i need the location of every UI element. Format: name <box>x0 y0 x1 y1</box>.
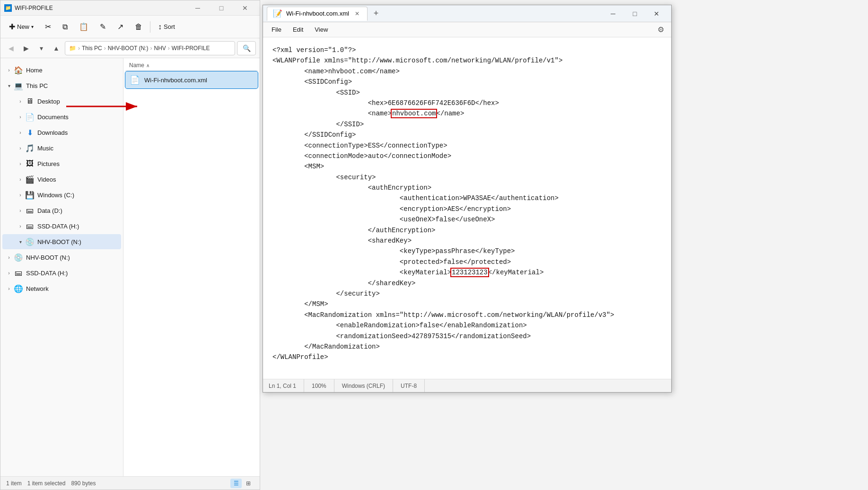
delete-icon: 🗑 <box>135 23 142 31</box>
notepad-view-menu[interactable]: View <box>310 24 333 35</box>
notepad-tab-close[interactable]: ✕ <box>353 9 361 18</box>
notepad-settings-button[interactable]: ⚙ <box>654 23 667 36</box>
sidebar-item-home[interactable]: › 🏠 Home <box>2 62 121 78</box>
sidebar-downloads-label: Downloads <box>37 129 68 136</box>
expand-network-icon: › <box>4 284 14 293</box>
cursor-position-label: Ln 1, Col 1 <box>269 383 296 389</box>
sidebar-item-ssd-h2[interactable]: › 🖴 SSD-DATA (H:) <box>2 265 121 280</box>
selected-count: 1 item selected <box>27 480 66 487</box>
breadcrumb-nhv-boot[interactable]: NHV-BOOT (N:) <box>108 45 149 52</box>
notepad-close-button[interactable]: ✕ <box>646 5 667 22</box>
rename-button[interactable]: ✎ <box>95 18 111 35</box>
sidebar-ssd-h2-label: SSD-DATA (H:) <box>26 270 68 277</box>
sidebar: › 🏠 Home ▾ 💻 This PC › 🖥 Desktop › 📄 Doc… <box>0 58 123 476</box>
file-item-xml[interactable]: 📄 Wi-Fi-nhvboot.com.xml <box>125 71 258 88</box>
sidebar-home-label: Home <box>26 67 43 74</box>
sidebar-windows-c-label: Windows (C:) <box>37 192 74 199</box>
sort-label: Sort <box>164 23 175 30</box>
explorer-toolbar: ✚ New ▾ ✂ ⧉ 📋 ✎ ↗ 🗑 ↕ Sort <box>0 16 260 38</box>
breadcrumb-this-pc[interactable]: 📁 <box>69 45 76 52</box>
sidebar-this-pc-label: This PC <box>26 82 48 89</box>
file-list-header[interactable]: Name ∧ <box>125 60 258 71</box>
notepad-maximize-button[interactable]: □ <box>624 5 646 22</box>
explorer-minimize-button[interactable]: ─ <box>187 0 209 16</box>
explorer-maximize-button[interactable]: □ <box>210 0 232 16</box>
sidebar-item-desktop[interactable]: › 🖥 Desktop <box>2 94 121 109</box>
notepad-content[interactable]: <?xml version="1.0"?> <WLANProfile xmlns… <box>263 37 671 379</box>
sidebar-item-downloads[interactable]: › ⬇ Downloads <box>2 125 121 140</box>
sidebar-network-label: Network <box>26 285 49 292</box>
breadcrumb-this-pc-label[interactable]: This PC <box>82 45 102 52</box>
notepad-zoom-level: 100% <box>304 379 334 392</box>
line-ending-label: Windows (CRLF) <box>342 383 385 389</box>
sidebar-item-network[interactable]: › 🌐 Network <box>2 281 121 296</box>
expand-this-pc-icon: ▾ <box>4 81 14 90</box>
explorer-close-button[interactable]: ✕ <box>234 0 256 16</box>
ssd-h-icon: 🖴 <box>25 221 35 231</box>
notepad-window-controls: ─ □ ✕ <box>602 5 667 22</box>
sort-button[interactable]: ↕ Sort <box>153 18 180 35</box>
desktop-icon: 🖥 <box>25 96 35 106</box>
new-button[interactable]: ✚ New ▾ <box>4 18 38 35</box>
expand-data-d-icon: › <box>16 206 25 215</box>
expand-home-icon: › <box>4 65 14 75</box>
sidebar-item-music[interactable]: › 🎵 Music <box>2 140 121 156</box>
notepad-tab[interactable]: 📝 Wi-Fi-nhvboot.com.xml ✕ <box>267 7 368 21</box>
notepad-edit-menu[interactable]: Edit <box>288 24 308 35</box>
breadcrumb-wifi-profile[interactable]: WIFI-PROFILE <box>172 45 210 52</box>
network-icon: 🌐 <box>14 284 23 293</box>
expand-pictures-icon: › <box>16 159 25 168</box>
up-button[interactable]: ▲ <box>50 42 63 55</box>
sidebar-item-documents[interactable]: › 📄 Documents <box>2 109 121 124</box>
expand-videos-icon: › <box>16 175 25 184</box>
notepad-window: 📝 Wi-Fi-nhvboot.com.xml ✕ + ─ □ ✕ File E… <box>263 5 672 393</box>
downloads-icon: ⬇ <box>25 128 35 137</box>
xml-file-icon: 📄 <box>129 74 140 86</box>
sidebar-item-windows-c[interactable]: › 💾 Windows (C:) <box>2 187 121 202</box>
notepad-minimize-button[interactable]: ─ <box>602 5 624 22</box>
expand-nhv-boot-n-icon: ▾ <box>16 237 25 246</box>
details-view-button[interactable]: ☰ <box>230 479 242 488</box>
search-box[interactable]: 🔍 <box>237 41 256 55</box>
forward-button[interactable]: ▶ <box>19 42 33 55</box>
sidebar-item-data-d[interactable]: › 🖴 Data (D:) <box>2 203 121 218</box>
sidebar-item-nhv-boot-n2[interactable]: › 💿 NHV-BOOT (N:) <box>2 250 121 265</box>
delete-button[interactable]: 🗑 <box>130 18 147 35</box>
notepad-menubar: File Edit View ⚙ <box>263 22 671 37</box>
recent-button[interactable]: ▾ <box>35 42 48 55</box>
explorer-app-icon: 📁 <box>4 4 12 12</box>
sidebar-pictures-label: Pictures <box>37 160 60 167</box>
sidebar-item-ssd-h[interactable]: › 🖴 SSD-DATA (H:) <box>2 219 121 234</box>
tiles-view-button[interactable]: ⊞ <box>243 479 254 488</box>
sidebar-item-pictures[interactable]: › 🖼 Pictures <box>2 156 121 171</box>
sidebar-ssd-h-label: SSD-DATA (H:) <box>37 223 79 230</box>
notepad-line-ending: Windows (CRLF) <box>334 379 393 392</box>
ssd-h2-icon: 🖴 <box>14 268 23 278</box>
xml-file-name: Wi-Fi-nhvboot.com.xml <box>144 77 207 84</box>
this-pc-icon: 💻 <box>14 81 23 90</box>
sidebar-nhv-boot-n2-label: NHV-BOOT (N:) <box>26 254 70 261</box>
rename-icon: ✎ <box>100 22 106 31</box>
sidebar-item-nhv-boot-n[interactable]: ▾ 💿 NHV-BOOT (N:) <box>2 234 121 249</box>
breadcrumb[interactable]: 📁 › This PC › NHV-BOOT (N:) › NHV › WIFI… <box>65 41 235 55</box>
sidebar-item-videos[interactable]: › 🎬 Videos <box>2 172 121 187</box>
explorer-title: WIFI-PROFILE <box>15 5 187 11</box>
breadcrumb-nhv[interactable]: NHV <box>154 45 166 52</box>
toolbar-separator <box>150 21 150 33</box>
copy-button[interactable]: ⧉ <box>58 18 72 35</box>
back-button[interactable]: ◀ <box>4 42 18 55</box>
main-content: › 🏠 Home ▾ 💻 This PC › 🖥 Desktop › 📄 Doc… <box>0 58 260 476</box>
encoding-label: UTF-8 <box>401 383 417 389</box>
documents-icon: 📄 <box>25 112 35 122</box>
expand-ssd-h-icon: › <box>16 221 25 231</box>
nhv-boot-n2-icon: 💿 <box>14 253 23 262</box>
notepad-new-tab-button[interactable]: + <box>369 7 383 20</box>
notepad-file-menu[interactable]: File <box>267 24 286 35</box>
explorer-window-controls: ─ □ ✕ <box>187 0 256 16</box>
cut-icon: ✂ <box>45 22 51 31</box>
share-button[interactable]: ↗ <box>113 18 128 35</box>
paste-button[interactable]: 📋 <box>74 18 93 35</box>
sidebar-item-this-pc[interactable]: ▾ 💻 This PC <box>2 78 121 93</box>
cut-button[interactable]: ✂ <box>40 18 56 35</box>
file-size: 890 bytes <box>71 480 96 487</box>
